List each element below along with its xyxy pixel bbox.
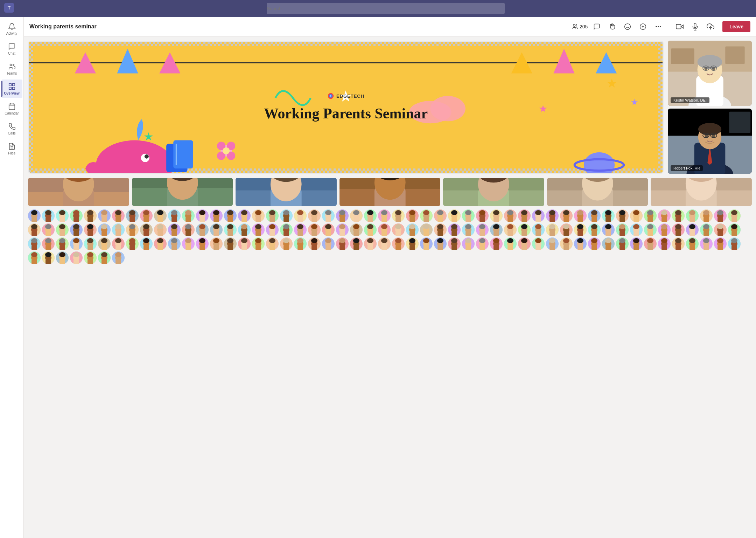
avatar-circle [294,209,307,222]
avatar-circle [658,223,671,236]
svg-point-357 [591,210,597,215]
svg-point-822 [465,238,471,243]
avatar-circle [308,209,321,222]
avatar-circle [70,209,83,222]
avatar-circle [420,223,433,236]
sidebar-item-calendar[interactable]: Calendar [1,99,22,118]
svg-rect-89 [725,47,744,64]
svg-point-757 [283,238,289,243]
svg-point-767 [311,238,317,243]
avatar-circle [182,223,195,236]
svg-point-662 [731,224,737,229]
avatar-circle [462,223,475,236]
avatar-circle [700,237,713,250]
presentation-content: ★ ★ ★ [29,42,663,173]
chat-button[interactable] [590,20,603,33]
search-input[interactable] [267,3,505,14]
svg-point-552 [423,224,429,229]
share-icon [707,23,714,30]
svg-point-497 [269,224,275,229]
participants-section[interactable] [28,178,752,534]
more-options-button[interactable] [652,20,665,33]
avatar-circle [546,209,559,222]
avatar-circle [434,223,447,236]
svg-point-207 [171,210,177,215]
avatar-circle [154,223,167,236]
share-button[interactable] [704,20,717,33]
sidebar-item-activity[interactable]: Activity [1,20,22,38]
add-button[interactable] [637,20,649,33]
svg-point-642 [675,224,681,229]
leave-button[interactable]: Leave [722,21,750,32]
avatar-circle [84,237,97,250]
svg-point-897 [675,238,681,243]
avatar-circle [448,223,461,236]
avatar-circle [154,209,167,222]
avatar-circle [714,237,727,250]
avatar-circle [420,237,433,250]
svg-point-807 [423,238,429,243]
svg-point-93 [698,55,722,69]
avatar-circle [280,223,293,236]
avatar-circle [434,237,447,250]
avatar-circle [182,209,195,222]
avatar-circle [546,223,559,236]
avatar-circle [336,209,349,222]
logo-text: EDGETECH [336,94,364,99]
sidebar-item-teams[interactable]: Teams [1,60,22,78]
avatar-circle [630,223,643,236]
svg-point-322 [493,210,499,215]
svg-rect-8 [9,104,15,110]
svg-point-787 [367,238,373,243]
svg-point-502 [283,224,289,229]
svg-rect-4 [9,84,11,86]
border-right [658,42,663,173]
large-thumb-2 [132,178,233,206]
header-bar: Working parents seminar 205 [24,17,756,36]
svg-point-352 [577,210,583,215]
svg-point-437 [101,224,107,229]
sidebar-label-calendar: Calendar [5,111,19,115]
sidebar-item-files[interactable]: Files [1,139,22,158]
avatar-circle [98,209,111,222]
svg-point-182 [101,210,107,215]
large-thumb-5 [443,178,544,206]
camera-button[interactable] [673,20,686,33]
svg-point-512 [311,224,317,229]
avatar-circle [700,223,713,236]
avatar-circle [70,223,83,236]
svg-point-937 [73,252,79,257]
participants-count[interactable]: 205 [572,23,588,30]
svg-point-467 [185,224,191,229]
sidebar-item-chat[interactable]: Chat [1,40,22,58]
svg-point-23 [660,26,661,27]
kristin-label: Kristin Watson, DEI [671,97,709,103]
sidebar-item-overview[interactable]: Overview [1,80,22,98]
bell-icon [8,22,16,31]
svg-point-752 [269,238,275,243]
meeting-title: Working parents seminar [29,23,572,30]
raise-hand-button[interactable] [606,20,618,33]
mic-button[interactable] [689,20,701,33]
large-thumb-7 [651,178,752,206]
avatar-circle [140,223,153,236]
avatar-circle [588,209,601,222]
emoji-button[interactable] [621,20,634,33]
svg-point-942 [87,252,93,257]
ellipsis-icon [655,23,662,30]
avatar-circle [308,223,321,236]
robert-video-bg [668,109,752,174]
svg-marker-34 [553,49,574,73]
svg-point-717 [171,238,177,243]
sidebar-item-calls[interactable]: Calls [1,119,22,138]
svg-point-50 [223,147,230,154]
large-thumb-3 [236,178,337,206]
svg-point-772 [325,238,331,243]
avatar-circle [322,223,335,236]
border-left [29,42,33,173]
svg-point-332 [521,210,527,215]
svg-point-472 [199,224,205,229]
avatar-circle [448,209,461,222]
avatar-circle [294,237,307,250]
svg-point-46 [217,142,225,150]
